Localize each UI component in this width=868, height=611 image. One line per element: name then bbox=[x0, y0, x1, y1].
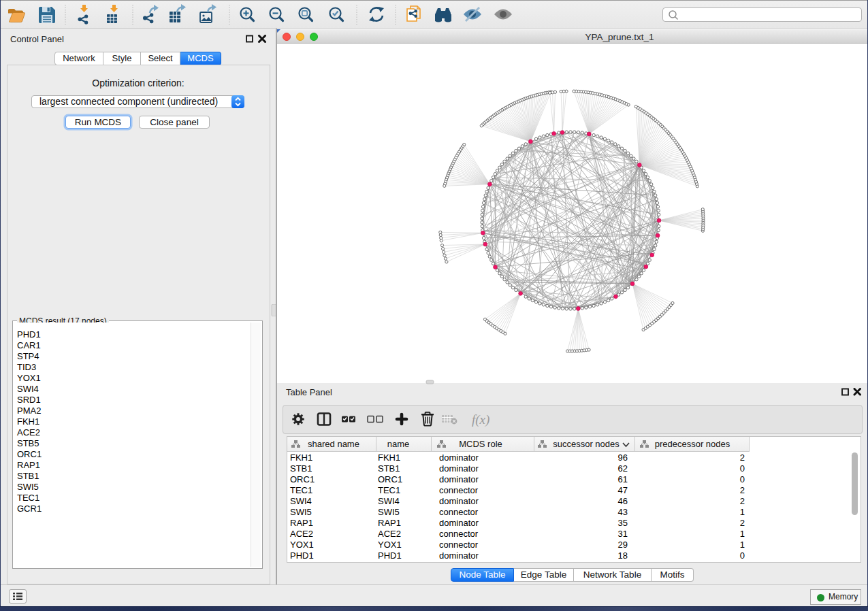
svg-text:f(x): f(x) bbox=[472, 412, 489, 427]
